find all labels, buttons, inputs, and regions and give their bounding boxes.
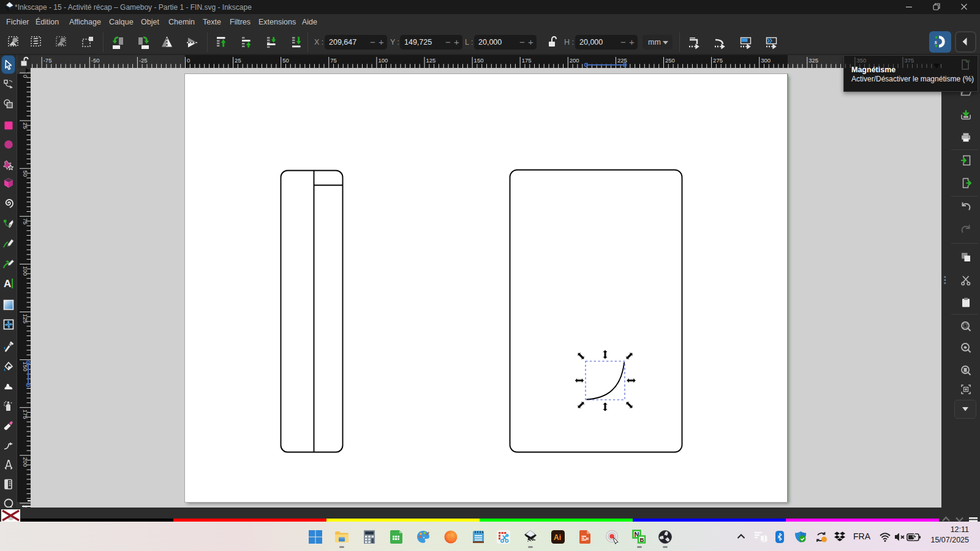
svg-text:275: 275 (713, 57, 723, 64)
svg-text:175: 175 (522, 57, 532, 64)
svg-text:50: 50 (282, 57, 289, 64)
svg-text:150: 150 (474, 57, 484, 64)
svg-text:A: A (4, 278, 11, 290)
svg-text:100: 100 (378, 57, 388, 64)
svg-text:325: 325 (809, 57, 818, 64)
svg-text:375: 375 (905, 57, 914, 64)
svg-text:225: 225 (617, 57, 627, 64)
svg-text:200: 200 (570, 57, 579, 64)
svg-text:25: 25 (235, 57, 241, 64)
svg-text:Ai: Ai (554, 533, 561, 542)
svg-text:300: 300 (761, 57, 771, 64)
svg-text:-75: -75 (43, 57, 52, 64)
svg-text:-50: -50 (91, 57, 100, 64)
svg-text:0: 0 (187, 57, 190, 64)
svg-text:200: 200 (22, 457, 29, 467)
svg-text:175: 175 (22, 410, 29, 419)
svg-text:B: B (640, 536, 644, 543)
svg-text:100: 100 (22, 266, 29, 276)
svg-text:-25: -25 (139, 57, 148, 64)
svg-text:350: 350 (856, 57, 866, 64)
svg-text:125: 125 (22, 314, 29, 324)
svg-text:150: 150 (22, 362, 29, 372)
svg-text:125: 125 (426, 57, 436, 64)
svg-text:75: 75 (330, 57, 337, 64)
svg-text:250: 250 (665, 57, 675, 64)
svg-text:s: s (934, 39, 937, 45)
